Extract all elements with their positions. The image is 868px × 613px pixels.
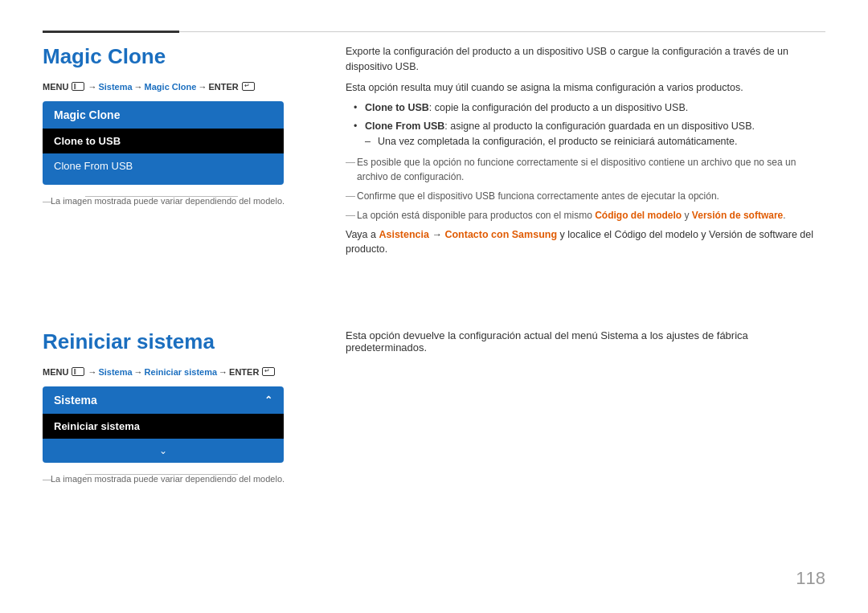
arrow2-2: → — [134, 367, 143, 377]
section2-title: Reiniciar sistema — [43, 329, 328, 354]
section1-menu-path: MENU → Sistema → Magic Clone → ENTER — [43, 82, 328, 92]
section1-right: Exporte la configuración del producto a … — [346, 44, 825, 263]
arrow2-3: → — [219, 367, 227, 377]
reiniciar-link: Reiniciar sistema — [145, 367, 218, 377]
menu2-icon — [72, 367, 84, 376]
section1-note: La imagen mostrada puede variar dependie… — [43, 196, 328, 206]
chevron-up-icon: ⌃ — [264, 394, 272, 406]
arrow1: → — [88, 82, 96, 92]
clone-from-usb-bold: Clone From USB — [365, 121, 444, 132]
arrow2-1: → — [88, 367, 96, 377]
sistema-link: Sistema — [98, 82, 132, 92]
box-footer — [43, 178, 284, 185]
top-divider — [43, 31, 825, 33]
menu2-label: MENU — [43, 367, 68, 377]
note3-bold1: Código del modelo — [595, 210, 682, 221]
top-line-thick — [43, 31, 179, 33]
enter-label: ENTER — [208, 82, 238, 92]
sistema-box-header: Sistema ⌃ — [43, 386, 284, 414]
section2-right: Esta opción devuelve la configuración ac… — [346, 329, 825, 353]
enter2-icon — [262, 367, 275, 376]
clone-to-usb-item[interactable]: Clone to USB — [43, 129, 284, 153]
note3-bold2: Versión de software — [692, 210, 783, 221]
note4-link1: Asistencia — [379, 229, 429, 240]
arrow3: → — [198, 82, 207, 92]
menu-icon — [72, 82, 84, 91]
section2-menu-path: MENU → Sistema → Reiniciar sistema → ENT… — [43, 367, 328, 377]
magic-clone-menu-box: Magic Clone Clone to USB Clone From USB — [43, 101, 284, 185]
note4-bold2: Versión de software — [709, 229, 797, 240]
magic-clone-box-header: Magic Clone — [43, 101, 284, 129]
magic-clone-link: Magic Clone — [145, 82, 197, 92]
note4-arrow: → — [429, 229, 444, 240]
note4-mid: y localice el — [557, 229, 615, 240]
clone-from-usb-text: : asigne al producto la configuración gu… — [444, 121, 755, 132]
section1-note1: Es posible que la opción no funcione cor… — [346, 155, 825, 184]
clone-from-usb-item[interactable]: Clone From USB — [43, 153, 284, 178]
note3-post: . — [783, 210, 785, 221]
chevron-down-icon: ⌄ — [159, 445, 167, 456]
top-line-thin — [179, 31, 825, 32]
note4-link2: Contacto con Samsung — [444, 229, 557, 240]
section2-left: Reiniciar sistema MENU → Sistema → Reini… — [43, 329, 328, 484]
page-number: 118 — [796, 568, 825, 589]
sistema-box-footer: ⌄ — [43, 439, 284, 463]
arrow2: → — [134, 82, 143, 92]
section1-note4: Vaya a Asistencia → Contacto con Samsung… — [346, 227, 825, 258]
note4-mid2: y — [698, 229, 709, 240]
clone-to-usb-bold: Clone to USB — [365, 102, 429, 113]
section1-bullets: Clone to USB: copie la configuración del… — [346, 100, 825, 149]
note4-bold1: Código del modelo — [615, 229, 698, 240]
section1-note2: Confirme que el dispositivo USB funciona… — [346, 189, 825, 203]
sistema-header-label: Sistema — [54, 394, 97, 407]
enter2-label: ENTER — [229, 367, 259, 377]
menu-label: MENU — [43, 82, 68, 92]
section1-left: Magic Clone MENU → Sistema → Magic Clone… — [43, 44, 328, 206]
sistema-menu-box: Sistema ⌃ Reiniciar sistema ⌄ — [43, 386, 284, 463]
reiniciar-sistema-item[interactable]: Reiniciar sistema — [43, 414, 284, 439]
note3-pre: La opción está disponible para productos… — [357, 210, 595, 221]
note4-pre: Vaya a — [346, 229, 379, 240]
section1-para2: Esta opción resulta muy útil cuando se a… — [346, 80, 825, 96]
section1-title: Magic Clone — [43, 44, 328, 69]
sistema2-link: Sistema — [98, 367, 132, 377]
section2-para1: Esta opción devuelve la configuración ac… — [346, 329, 825, 353]
section1-note3: La opción está disponible para productos… — [346, 208, 825, 223]
section2-note: La imagen mostrada puede variar dependie… — [43, 474, 328, 484]
bullet-clone-to-usb: Clone to USB: copie la configuración del… — [354, 100, 825, 116]
clone-to-usb-text: : copie la configuración del producto a … — [429, 102, 688, 113]
note3-mid: y — [682, 210, 692, 221]
clone-from-usb-sub: Una vez completada la configuración, el … — [365, 134, 825, 149]
bullet-clone-from-usb: Clone From USB: asigne al producto la co… — [354, 119, 825, 149]
enter-icon — [242, 82, 255, 91]
section1-para1: Exporte la configuración del producto a … — [346, 44, 825, 75]
